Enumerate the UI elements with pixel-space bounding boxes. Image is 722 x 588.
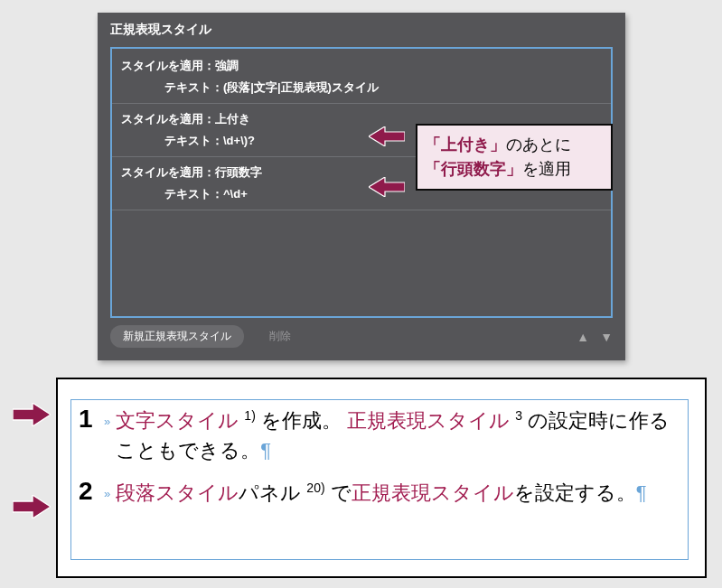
step-text: 段落スタイルパネル 20) で正規表現スタイルを設定する。¶: [116, 478, 682, 508]
annotation-box: 「上付き」のあとに 「行頭数字」を適用: [416, 124, 613, 191]
step-number: 1: [79, 406, 100, 434]
emph-text: 正規表現スタイル: [347, 409, 510, 432]
svg-marker-1: [369, 177, 405, 197]
text-row: テキスト：(段落|文字|正規表現)スタイル: [121, 79, 602, 96]
apply-value: 上付き: [215, 112, 250, 126]
superscript-ref: 1): [244, 408, 255, 423]
apply-label: スタイルを適用：: [121, 165, 215, 179]
text-label: テキスト：: [164, 187, 223, 201]
step-item: 1 » 文字スタイル 1) を作成。 正規表現スタイル 3 の設定時に作ることも…: [79, 406, 682, 465]
arrow-right-icon: [13, 495, 51, 518]
arrow-left-icon: [369, 126, 405, 146]
anchor-marker-icon: »: [104, 415, 110, 428]
text-value: \d+\)?: [223, 134, 255, 147]
apply-row: スタイルを適用：強調: [121, 58, 602, 74]
text-frame: 1 » 文字スタイル 1) を作成。 正規表現スタイル 3 の設定時に作ることも…: [70, 399, 689, 560]
annotation-keyword: 「行頭数字」: [425, 160, 522, 178]
panel-title: 正規表現スタイル: [98, 13, 625, 47]
pilcrow-icon: ¶: [260, 439, 271, 462]
divider: [112, 210, 611, 210]
style-rule[interactable]: スタイルを適用：強調 テキスト：(段落|文字|正規表現)スタイル: [121, 52, 602, 101]
divider: [112, 103, 611, 104]
annotation-text: を適用: [522, 160, 571, 178]
move-down-icon[interactable]: ▼: [600, 330, 613, 344]
step-number: 2: [79, 478, 100, 506]
anchor-marker-icon: »: [104, 487, 110, 500]
pilcrow-icon: ¶: [636, 481, 647, 504]
annotation-keyword: 「上付き」: [425, 135, 506, 154]
text-label: テキスト：: [164, 80, 223, 94]
apply-label: スタイルを適用：: [121, 59, 215, 72]
plain-text: パネル: [239, 481, 301, 504]
emph-text: 段落スタイル: [116, 481, 239, 504]
apply-value: 強調: [215, 59, 239, 72]
new-regex-style-button[interactable]: 新規正規表現スタイル: [110, 325, 244, 348]
move-up-icon[interactable]: ▲: [577, 330, 589, 344]
annotation-text: のあとに: [506, 135, 571, 154]
plain-text: で: [331, 481, 352, 504]
text-label: テキスト：: [164, 134, 223, 147]
emph-text: 文字スタイル: [116, 409, 239, 432]
plain-text: を設定する。: [514, 481, 636, 504]
apply-value: 行頭数字: [215, 165, 262, 179]
delete-button[interactable]: 削除: [251, 325, 309, 348]
arrow-left-icon: [369, 177, 405, 197]
svg-marker-2: [13, 403, 51, 426]
plain-text: を作成。: [261, 409, 342, 432]
apply-label: スタイルを適用：: [121, 112, 215, 126]
panel-footer: 新規正規表現スタイル 削除 ▲ ▼: [98, 318, 625, 348]
step-text: 文字スタイル 1) を作成。 正規表現スタイル 3 の設定時に作ることもできる。…: [116, 406, 682, 465]
document-preview: 1 » 文字スタイル 1) を作成。 正規表現スタイル 3 の設定時に作ることも…: [56, 378, 707, 578]
emph-text: 正規表現スタイル: [352, 481, 514, 504]
svg-marker-3: [13, 495, 51, 518]
superscript-ref: 20): [306, 481, 324, 495]
reorder-controls: ▲ ▼: [577, 330, 613, 344]
svg-marker-0: [369, 126, 405, 146]
text-value: (段落|文字|正規表現)スタイル: [223, 80, 379, 94]
text-value: ^\d+: [223, 187, 248, 201]
arrow-right-icon: [13, 403, 51, 426]
superscript-ref: 3: [515, 408, 522, 423]
step-item: 2 » 段落スタイルパネル 20) で正規表現スタイルを設定する。¶: [79, 478, 682, 508]
